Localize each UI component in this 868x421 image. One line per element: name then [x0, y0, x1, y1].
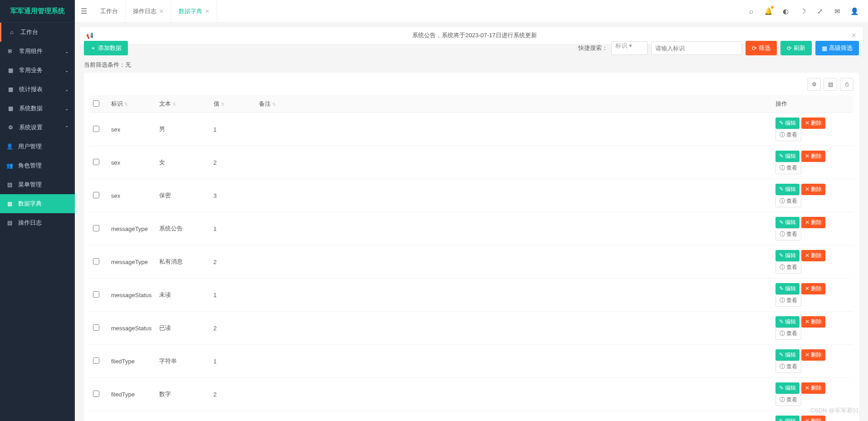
sidebar-subitem[interactable]: 👤用户管理	[0, 137, 75, 156]
sidebar-item[interactable]: ⛨常用组件⌄	[0, 42, 75, 61]
tab[interactable]: 操作日志✕	[126, 0, 171, 23]
sidebar-subitem[interactable]: ▤操作日志	[0, 213, 75, 232]
row-checkbox[interactable]	[93, 192, 99, 198]
edit-button[interactable]: ✎ 编辑	[775, 184, 800, 195]
sidebar-item[interactable]: ⌂工作台	[0, 23, 75, 42]
view-button[interactable]: ⓘ 查看	[775, 129, 801, 141]
sidebar-subitem[interactable]: 👥角色管理	[0, 156, 75, 175]
view-button[interactable]: ⓘ 查看	[775, 328, 801, 340]
delete-button[interactable]: ✕ 删除	[801, 151, 825, 162]
row-checkbox[interactable]	[93, 357, 99, 364]
notice-text: 系统公告，系统将于2023-07-17日进行系统更新	[98, 31, 851, 39]
row-checkbox[interactable]	[93, 391, 99, 397]
sidebar-item[interactable]: ▦系统数据⌄	[0, 99, 75, 118]
select-all-checkbox[interactable]	[93, 100, 99, 107]
row-checkbox[interactable]	[93, 159, 99, 165]
density-icon[interactable]: ▤	[824, 78, 837, 91]
advanced-filter-button[interactable]: ▦ 高级筛选	[815, 41, 859, 55]
tab[interactable]: 工作台	[93, 0, 126, 23]
sidebar-item[interactable]: ▦常用业务⌄	[0, 61, 75, 80]
close-icon[interactable]: ✕	[205, 8, 210, 15]
theme-icon[interactable]: ☽	[795, 4, 810, 19]
nav-icon: ⚙	[6, 124, 15, 131]
refresh-button[interactable]: ⟳ 刷新	[780, 41, 812, 55]
view-button[interactable]: ⓘ 查看	[775, 195, 801, 207]
nav-icon: ▦	[6, 86, 15, 93]
table-row: messageType系统公告1 ✎ 编辑 ✕ 删除 ⓘ 查看	[89, 212, 853, 245]
dashboard-icon[interactable]: ◐	[778, 4, 793, 19]
view-button[interactable]: ⓘ 查看	[775, 261, 801, 274]
edit-button[interactable]: ✎ 编辑	[775, 349, 800, 361]
edit-button[interactable]: ✎ 编辑	[775, 382, 800, 394]
close-icon[interactable]: ✕	[851, 32, 857, 39]
view-button[interactable]: ⓘ 查看	[775, 361, 801, 373]
edit-button[interactable]: ✎ 编辑	[775, 316, 800, 328]
nav-icon: ▦	[5, 201, 14, 207]
delete-button[interactable]: ✕ 删除	[801, 184, 825, 195]
filter-info: 当前筛选条件：无	[75, 55, 868, 73]
columns-icon[interactable]: ⚙	[807, 78, 821, 91]
sidebar-item[interactable]: ▦统计报表⌄	[0, 80, 75, 99]
row-checkbox[interactable]	[93, 126, 99, 132]
table-row: sex保密3 ✎ 编辑 ✕ 删除 ⓘ 查看	[89, 179, 853, 212]
edit-button[interactable]: ✎ 编辑	[775, 217, 800, 228]
edit-button[interactable]: ✎ 编辑	[775, 283, 800, 294]
sidebar: 军军通用管理系统 ⌂工作台⛨常用组件⌄▦常用业务⌄▦统计报表⌄▦系统数据⌄⚙系统…	[0, 0, 75, 421]
tab[interactable]: 数据字典✕	[171, 0, 217, 23]
edit-button[interactable]: ✎ 编辑	[775, 250, 800, 261]
quick-search-label: 快捷搜索：	[578, 44, 608, 52]
delete-button[interactable]: ✕ 删除	[801, 283, 825, 294]
menu-toggle-icon[interactable]: ☰	[75, 7, 93, 15]
print-icon[interactable]: ⎙	[840, 78, 853, 91]
view-button[interactable]: ⓘ 查看	[775, 228, 801, 240]
chevron-icon: ⌄	[65, 87, 68, 92]
sidebar-subitem[interactable]: ▤菜单管理	[0, 175, 75, 194]
delete-button[interactable]: ✕ 删除	[801, 382, 825, 394]
row-checkbox[interactable]	[93, 258, 99, 264]
nav-icon: ▤	[5, 181, 14, 188]
edit-button[interactable]: ✎ 编辑	[775, 117, 800, 129]
delete-button[interactable]: ✕ 删除	[801, 316, 825, 328]
nav-icon: ▦	[6, 105, 15, 112]
sort-icon[interactable]: ⇅	[172, 102, 176, 107]
search-field-select[interactable]: 标识 ▾	[611, 41, 648, 55]
nav-icon: ▤	[5, 220, 14, 226]
delete-button[interactable]: ✕ 删除	[801, 217, 825, 228]
mail-icon[interactable]: ✉	[830, 4, 844, 19]
delete-button[interactable]: ✕ 删除	[801, 250, 825, 261]
nav-icon: ▦	[6, 67, 15, 73]
sort-icon[interactable]: ⇅	[221, 102, 224, 107]
sidebar-item[interactable]: ⚙系统设置⌃	[0, 118, 75, 137]
row-checkbox[interactable]	[93, 225, 99, 231]
search-icon[interactable]: ⌕	[744, 4, 758, 19]
header: ☰ 工作台操作日志✕数据字典✕ ⌕ 🔔 ◐ ☽ ⤢ ✉ 👤	[75, 0, 868, 23]
nav-icon: ⌂	[8, 29, 16, 35]
sort-icon[interactable]: ⇅	[272, 102, 276, 107]
delete-button[interactable]: ✕ 删除	[801, 117, 825, 129]
row-checkbox[interactable]	[93, 291, 99, 298]
fullscreen-icon[interactable]: ⤢	[813, 4, 827, 19]
chevron-icon: ⌃	[65, 125, 68, 130]
add-button[interactable]: ＋ 添加数据	[84, 41, 128, 55]
view-button[interactable]: ⓘ 查看	[775, 162, 801, 174]
delete-button[interactable]: ✕ 删除	[801, 349, 825, 361]
search-input[interactable]	[651, 41, 742, 55]
view-button[interactable]: ⓘ 查看	[775, 394, 801, 406]
sort-icon[interactable]: ⇅	[124, 102, 128, 107]
filter-button[interactable]: ⟳ 筛选	[746, 41, 777, 55]
app-logo: 军军通用管理系统	[0, 0, 75, 23]
table-row: filedType字符串1 ✎ 编辑 ✕ 删除 ⓘ 查看	[89, 345, 853, 378]
edit-button[interactable]: ✎ 编辑	[775, 416, 800, 421]
chevron-icon: ⌄	[65, 106, 68, 111]
close-icon[interactable]: ✕	[159, 8, 164, 15]
user-icon[interactable]: 👤	[847, 4, 862, 19]
sidebar-subitem[interactable]: ▦数据字典	[0, 194, 75, 213]
chevron-icon: ⌄	[65, 68, 68, 73]
view-button[interactable]: ⓘ 查看	[775, 294, 801, 307]
delete-button[interactable]: ✕ 删除	[801, 416, 825, 421]
bell-icon[interactable]: 🔔	[761, 4, 775, 19]
row-checkbox[interactable]	[93, 324, 99, 331]
speaker-icon: 📢	[86, 32, 93, 39]
watermark: CSDN @军军君01	[810, 406, 859, 415]
edit-button[interactable]: ✎ 编辑	[775, 151, 800, 162]
